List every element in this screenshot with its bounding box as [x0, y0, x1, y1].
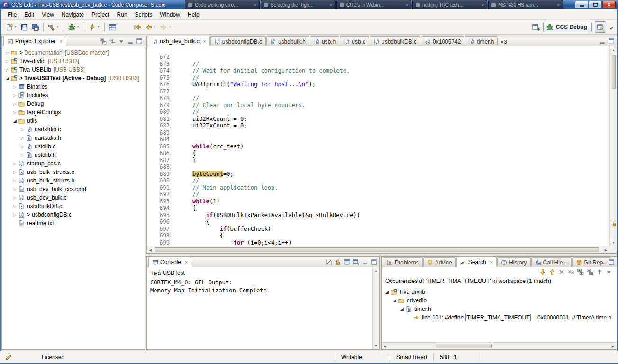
scrollbar-thumb[interactable] — [611, 55, 616, 89]
menu-edit[interactable]: Edit — [20, 10, 38, 19]
project-item-usb-dev-bulk-ccs-cmd[interactable]: ▷usb_dev_bulk_ccs.cmd — [2, 185, 145, 193]
project-item-tiva-usblib[interactable]: ▷CTiva-USBLib[USB USB3] — [2, 65, 145, 74]
open-console-button[interactable] — [352, 258, 360, 266]
code-line[interactable]: while(crc_test) — [179, 143, 360, 150]
close-icon[interactable] — [185, 260, 188, 265]
link-editor-button[interactable] — [109, 37, 116, 45]
scroll-up-button[interactable] — [373, 267, 380, 274]
project-item-tiva-usbtest-active-debug[interactable]: ◢C>Tiva-USBTest [Active - Debug][USB USB… — [2, 74, 145, 82]
scroll-down-button[interactable] — [610, 239, 617, 246]
debug-bug-button[interactable] — [66, 22, 82, 33]
project-item-ustdlib-h[interactable]: ▷hustdlib.h — [2, 151, 145, 159]
project-item-startup-ccs-c[interactable]: ▷cstartup_ccs.c — [2, 159, 145, 168]
view-tab-history[interactable]: History — [497, 257, 530, 267]
perspective-ccs-edit-button[interactable] — [595, 21, 606, 33]
editor-tab-usb-h[interactable]: husb.h — [310, 36, 339, 46]
back-arrow-button[interactable] — [143, 22, 158, 33]
pin-search-button[interactable] — [596, 268, 603, 276]
project-item-documentation[interactable]: ▷>Documentation[USBDoc master] — [2, 48, 145, 57]
expand-arrow-icon[interactable]: ▷ — [12, 196, 18, 200]
code-line[interactable]: for (i=0;i<4;i++) — [179, 239, 360, 246]
scroll-up-button[interactable] — [610, 46, 617, 54]
view-tab-call-hie[interactable]: Call Hie... — [531, 257, 572, 267]
editor-tab-0x1005742[interactable]: 0x0x1005742 — [421, 36, 464, 46]
console-output[interactable]: CORTEX_M4_0: GEL Output:Memory Map Initi… — [147, 278, 372, 296]
expand-all-button[interactable] — [577, 268, 584, 276]
background-tab-crc-s-in-webin[interactable]: CRC's in Webin…× — [336, 0, 411, 9]
maximize-button[interactable] — [136, 37, 143, 45]
search-item-timer-h[interactable]: ◢htimer.h — [382, 305, 617, 313]
project-item-readme-txt[interactable]: readme.txt — [2, 219, 145, 228]
dropdown-arrow-icon[interactable] — [13, 25, 18, 29]
code-line[interactable] — [179, 129, 360, 136]
expand-arrow-icon[interactable]: ▷ — [12, 102, 18, 106]
background-tab-selecting-the-righ[interactable]: Selecting the Righ…× — [261, 0, 336, 9]
build-hammer-button[interactable] — [46, 22, 61, 33]
new-file-button[interactable] — [4, 22, 19, 33]
project-item-targetconfigs[interactable]: ▷targetConfigs — [2, 108, 145, 117]
scroll-left-button[interactable] — [382, 343, 389, 350]
save-button[interactable] — [19, 22, 30, 33]
occurrence-annotation-marker[interactable] — [613, 223, 616, 226]
menu-view[interactable]: View — [38, 10, 58, 19]
expand-arrow-icon[interactable]: ▷ — [12, 179, 18, 183]
project-item-tiva-drvlib[interactable]: ▷CTiva-drvlib[USB USB3] — [2, 57, 145, 65]
code-line[interactable] — [179, 88, 360, 95]
scrollbar-thumb[interactable] — [436, 344, 492, 348]
close-icon[interactable] — [59, 39, 62, 44]
menu-project[interactable]: Project — [88, 10, 113, 19]
minimize-button[interactable] — [599, 258, 606, 266]
search-item-line-101-define[interactable]: line 101: #define TIMER_TIMA_TIMEOUT 0x0… — [382, 313, 617, 322]
view-menu-button[interactable] — [118, 37, 125, 45]
remove-all-matches-button[interactable] — [567, 268, 575, 276]
view-tab-advice[interactable]: Advice — [423, 257, 456, 267]
code-line[interactable]: // Wait for initial configuration to com… — [179, 67, 360, 74]
menu-file[interactable]: File — [4, 10, 20, 19]
code-line[interactable]: if(bufferCheck) — [179, 226, 360, 233]
minimize-button[interactable] — [361, 258, 369, 266]
collapse-arrow-icon[interactable]: ◢ — [391, 298, 398, 303]
code-line[interactable]: { — [179, 150, 360, 157]
maximize-button[interactable] — [370, 258, 378, 266]
expand-arrow-icon[interactable]: ▷ — [12, 110, 18, 115]
pencil-icon[interactable] — [5, 354, 12, 361]
editor-tab-usbdconfigdb-c[interactable]: cusbdconfigDB.c — [210, 36, 266, 46]
clear-console-button[interactable] — [325, 258, 333, 266]
close-icon[interactable]: × — [330, 3, 332, 8]
editor-tab-usbdbulk-h[interactable]: husbdbulk.h — [266, 36, 309, 46]
project-item-usb-dev-bulk-c[interactable]: ▷cusb_dev_bulk.c — [2, 193, 145, 202]
last-edit-arrow-button[interactable] — [132, 22, 143, 33]
menu-run[interactable]: Run — [113, 10, 131, 19]
expand-arrow-icon[interactable]: ▷ — [4, 68, 10, 72]
code-line[interactable]: // — [179, 191, 360, 198]
code-line[interactable]: ui32RxCount = 0; — [179, 116, 360, 123]
expand-arrow-icon[interactable]: ▷ — [19, 153, 26, 157]
prev-match-button[interactable] — [548, 268, 556, 276]
project-item-uartstdio-c[interactable]: ▷cuartstdio.c — [2, 125, 145, 134]
code-line[interactable]: byteCount=0; — [179, 171, 360, 178]
menu-window[interactable]: Window — [156, 10, 184, 19]
collapse-arrow-icon[interactable]: ◢ — [399, 307, 405, 311]
dropdown-arrow-icon[interactable] — [168, 25, 172, 29]
collapse-arrow-icon[interactable]: ◢ — [12, 118, 18, 123]
code-line[interactable]: // — [179, 74, 360, 82]
scrollbar-thumb[interactable] — [155, 247, 599, 252]
collapse-all-button[interactable] — [586, 268, 594, 276]
menu-navigate[interactable]: Navigate — [58, 10, 88, 19]
project-item-usbdbulkdb-c[interactable]: ▷cusbdbulkDB.c — [2, 202, 145, 210]
maximize-button[interactable] — [608, 37, 615, 45]
view-tab-problems[interactable]: Problems — [383, 257, 423, 267]
forward-arrow-button[interactable] — [158, 22, 173, 33]
code-line[interactable]: UARTprintf("Waiting for host...\n"); — [179, 81, 360, 88]
scroll-left-button[interactable] — [147, 246, 154, 254]
next-match-button[interactable] — [539, 268, 546, 276]
dropdown-arrow-icon[interactable] — [153, 25, 157, 29]
expand-arrow-icon[interactable]: ▷ — [12, 162, 18, 166]
show-view-window-button[interactable] — [107, 22, 118, 33]
close-icon[interactable] — [490, 260, 493, 265]
expand-arrow-icon[interactable]: ▷ — [4, 59, 10, 64]
perspective-ccs-debug-button[interactable]: CCS Debug — [543, 22, 592, 32]
project-item-debug[interactable]: ▷Debug — [2, 100, 145, 108]
code-line[interactable] — [179, 164, 360, 171]
close-icon[interactable]: × — [406, 3, 408, 8]
